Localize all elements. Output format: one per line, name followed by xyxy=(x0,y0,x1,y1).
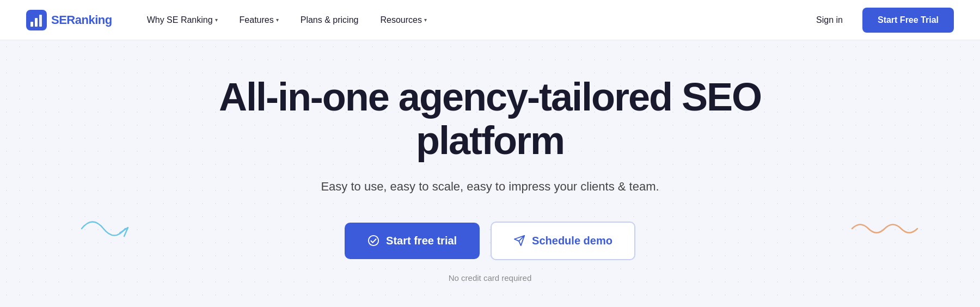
logo-ranking: Ranking xyxy=(66,13,112,27)
svg-point-4 xyxy=(369,236,378,245)
logo-icon xyxy=(26,10,47,30)
svg-rect-2 xyxy=(35,18,38,27)
start-free-trial-button[interactable]: Start free trial xyxy=(345,223,480,259)
navbar: SERanking Why SE Ranking ▾ Features ▾ Pl… xyxy=(0,0,980,40)
check-circle-icon xyxy=(367,235,379,247)
hero-content: All-in-one agency-tailored SEO platform … xyxy=(191,76,789,282)
svg-rect-3 xyxy=(39,15,42,27)
start-free-trial-label: Start free trial xyxy=(386,235,457,247)
logo[interactable]: SERanking xyxy=(26,10,112,30)
hero-buttons: Start free trial Schedule demo xyxy=(191,222,789,260)
nav-item-why-se-ranking[interactable]: Why SE Ranking ▾ xyxy=(138,11,226,29)
navbar-right: Sign in Start Free Trial xyxy=(807,8,954,33)
paper-plane-icon xyxy=(513,235,525,247)
hero-title: All-in-one agency-tailored SEO platform xyxy=(191,76,789,162)
chevron-down-icon: ▾ xyxy=(215,17,218,23)
svg-rect-1 xyxy=(30,22,33,27)
nav-item-resources[interactable]: Resources ▾ xyxy=(371,11,435,29)
no-credit-card-text: No credit card required xyxy=(191,273,789,283)
logo-text: SERanking xyxy=(51,13,112,27)
sign-in-link[interactable]: Sign in xyxy=(807,11,852,29)
schedule-demo-button[interactable]: Schedule demo xyxy=(491,222,635,260)
nav-item-features[interactable]: Features ▾ xyxy=(231,11,287,29)
hero-subtitle: Easy to use, easy to scale, easy to impr… xyxy=(191,177,789,195)
chevron-down-icon: ▾ xyxy=(424,17,427,23)
deco-right xyxy=(849,218,920,242)
chevron-down-icon: ▾ xyxy=(276,17,279,23)
nav-item-plans-pricing[interactable]: Plans & pricing xyxy=(292,11,367,29)
deco-left xyxy=(76,212,142,247)
nav-menu: Why SE Ranking ▾ Features ▾ Plans & pric… xyxy=(138,11,807,29)
schedule-demo-label: Schedule demo xyxy=(532,235,612,247)
hero-section: All-in-one agency-tailored SEO platform … xyxy=(0,40,980,307)
start-free-trial-button-nav[interactable]: Start Free Trial xyxy=(862,8,954,33)
logo-se: SE xyxy=(51,13,66,27)
